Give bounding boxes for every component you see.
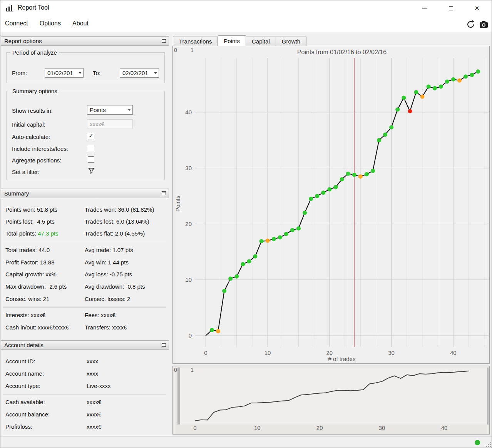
chart-title: Points from 01/02/16 to 02/02/16 (195, 49, 489, 56)
include-fees-label: Include interests/fees: (12, 145, 68, 152)
svg-text:20: 20 (316, 425, 323, 431)
points-lost: Points lost: -4.5 pts (5, 218, 55, 225)
total-trades: Total trades: 44.0 (5, 247, 50, 253)
svg-text:30: 30 (388, 349, 395, 356)
summary-row: Max drawdown: -2.6 pts Avg drawdown: -0.… (5, 283, 169, 290)
trade-marker-win (210, 328, 214, 332)
trade-marker-win (247, 259, 251, 264)
period-groupbox: Period of analyze From: 01/02/201 To: 02… (6, 52, 165, 83)
trade-marker-win (352, 173, 356, 177)
trade-marker-win (259, 239, 264, 243)
profit-loss-label: Profit/loss: (5, 423, 32, 430)
trade-marker-win (445, 79, 449, 84)
trade-marker-win (439, 84, 443, 89)
maximize-button[interactable] (442, 0, 460, 16)
account-name-value: xxxx (87, 370, 98, 377)
total-points-value: 47.3 pts (38, 230, 58, 237)
trade-marker-win (451, 77, 455, 82)
include-fees-checkbox[interactable] (88, 145, 94, 151)
avg-trade: Avg trade: 1.07 pts (85, 247, 133, 253)
menu-about[interactable]: About (67, 16, 94, 31)
close-icon: × (475, 3, 479, 13)
overview-chart[interactable]: 010203040 (173, 366, 489, 434)
to-date-select[interactable]: 02/02/201 (120, 68, 159, 78)
svg-text:40: 40 (441, 425, 448, 431)
resize-grip[interactable] (485, 441, 491, 447)
axis-artifact-label: 1 (191, 47, 194, 53)
consec-wins: Consec. wins: 21 (5, 296, 49, 302)
tab-growth[interactable]: Growth (276, 37, 306, 46)
auto-calculate-checkbox[interactable] (88, 133, 94, 139)
refresh-icon[interactable] (466, 20, 475, 29)
svg-text:40: 40 (450, 349, 457, 356)
trade-marker-win (315, 194, 319, 198)
trades-flat: Trades flat: 2.0 (4.55%) (85, 230, 145, 237)
svg-text:0: 0 (189, 332, 192, 339)
account-row: Account ID: xxxx (5, 358, 169, 364)
points-chart[interactable]: 010203040010203040 (173, 46, 489, 363)
trade-marker-win (290, 228, 295, 232)
panel-header-report-options: Report options (1, 36, 169, 46)
consec-losses: Consec. losses: 2 (85, 296, 130, 302)
trade-marker-win (389, 125, 393, 129)
svg-text:30: 30 (379, 425, 385, 431)
tab-capital[interactable]: Capital (246, 37, 276, 46)
title-bar: Report Tool × (0, 0, 492, 16)
summary-row: Profit Factor: 13.88 Avg win: 1.44 pts (5, 259, 169, 266)
profit-loss-value: xxxx€ (87, 423, 101, 430)
filter-icon[interactable] (88, 167, 95, 174)
points-chart-panel[interactable]: 0 1 Points from 01/02/16 to 02/02/16 Poi… (172, 46, 490, 364)
show-results-label: Show results in: (12, 107, 53, 114)
account-row: Account balance: xxxx€ (5, 411, 169, 418)
avg-win: Avg win: 1.44 pts (85, 259, 129, 266)
menu-options[interactable]: Options (35, 16, 66, 31)
trades-won: Trades won: 36.0 (81.82%) (85, 206, 154, 213)
total-points-label: Total points: (5, 230, 38, 237)
trade-marker-win (327, 187, 331, 191)
account-id-label: Account ID: (5, 358, 35, 364)
from-date-select[interactable]: 01/02/201 (45, 68, 84, 78)
trade-marker-win (346, 172, 350, 176)
chevron-down-icon (126, 105, 132, 114)
panel-header-account-details: Account details (1, 340, 169, 350)
divider (3, 242, 166, 242)
app-icon (5, 4, 13, 12)
float-panel-button[interactable] (162, 39, 166, 43)
trade-marker-win (284, 232, 288, 236)
trade-marker-win (234, 274, 239, 279)
float-panel-button[interactable] (162, 343, 166, 347)
overview-chart-panel[interactable]: 0 1 010203040 (172, 366, 490, 435)
summary-row: Interests: xxxx€ Fees: xxxx€ (5, 312, 169, 318)
y-axis-label: Points (174, 196, 181, 212)
axis-artifact-label: 0 (174, 367, 177, 373)
axis-artifact-label: 1 (191, 367, 194, 373)
tab-transactions[interactable]: Transactions (173, 37, 218, 46)
region-handle-left (177, 368, 180, 425)
close-button[interactable]: × (468, 0, 486, 16)
from-label: From: (12, 70, 27, 76)
trade-marker-win (333, 185, 338, 189)
summary-row: Points won: 51.8 pts Trades won: 36.0 (8… (5, 206, 169, 213)
trade-marker-win (321, 191, 325, 195)
show-results-select[interactable]: Points (87, 105, 133, 115)
camera-icon[interactable] (479, 21, 488, 28)
divider (3, 394, 166, 395)
menu-bar: Connect Options About (0, 16, 492, 32)
minimize-button[interactable] (416, 0, 433, 16)
chevron-down-icon (152, 69, 159, 77)
transfers: Transfers: xxxx€ (85, 324, 127, 331)
svg-text:20: 20 (326, 349, 333, 356)
summary-row: Cash in/out: xxxx€/xxxx€ Transfers: xxxx… (5, 324, 169, 331)
menu-connect[interactable]: Connect (0, 16, 33, 31)
tab-points[interactable]: Points (218, 35, 246, 46)
float-panel-button[interactable] (162, 191, 166, 195)
trade-marker-flat (216, 329, 220, 333)
period-groupbox-title: Period of analyze (10, 49, 59, 56)
account-name-label: Account name: (5, 370, 44, 377)
trade-marker-win (383, 132, 387, 137)
capital-growth: Capital growth: xx% (5, 271, 57, 277)
window-title: Report Tool (18, 4, 49, 11)
points-won: Points won: 51.8 pts (5, 206, 57, 213)
svg-text:20: 20 (185, 221, 192, 227)
agregate-positions-checkbox[interactable] (88, 156, 94, 163)
